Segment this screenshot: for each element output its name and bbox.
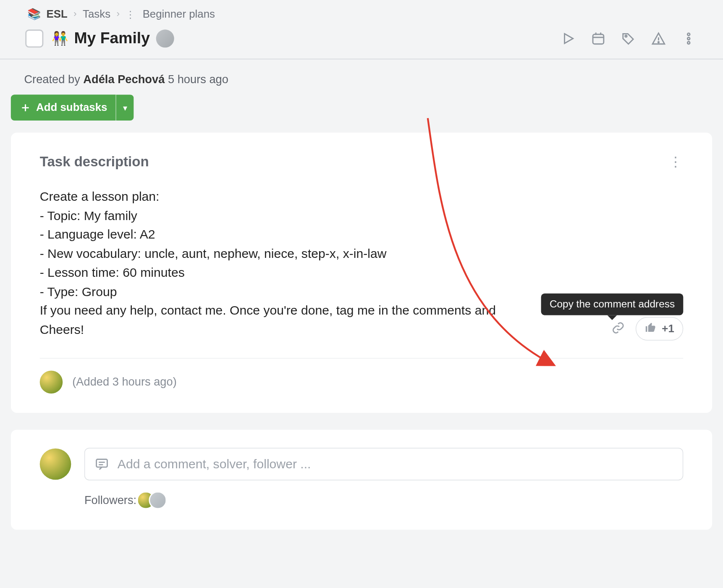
svg-point-7 [658, 42, 659, 42]
desc-line: - Language level: A2 [40, 225, 684, 244]
comment-actions: +1 [612, 317, 683, 341]
comment-icon [94, 457, 109, 471]
tooltip-text: Copy the comment address [550, 298, 675, 310]
add-subtasks-caret[interactable]: ▾ [116, 94, 134, 121]
divider [40, 358, 684, 358]
breadcrumb[interactable]: 📚 ESL › Tasks › ⋮ Beginner plans [12, 7, 711, 21]
task-emoji: 👫 [52, 30, 68, 46]
svg-point-8 [687, 33, 690, 35]
desc-line: Create a lesson plan: [40, 187, 684, 206]
description-body[interactable]: Create a lesson plan: - Topic: My family… [40, 187, 684, 339]
add-subtasks-label: Add subtasks [36, 101, 107, 114]
created-prefix: Created by [24, 73, 83, 86]
comment-input[interactable]: Add a comment, solver, follower ... [84, 448, 683, 480]
svg-rect-1 [593, 34, 604, 44]
chevron-right-icon: › [73, 8, 77, 19]
add-subtasks-button[interactable]: ＋ Add subtasks [11, 94, 116, 121]
breadcrumb-leaf[interactable]: Beginner plans [143, 8, 215, 20]
complete-checkbox[interactable] [25, 29, 43, 47]
desc-line: - New vocabulary: uncle, aunt, nephew, n… [40, 244, 684, 262]
task-toolbar [561, 30, 711, 46]
breadcrumb-more-icon[interactable]: ⋮ [126, 8, 136, 19]
tag-icon[interactable] [621, 30, 636, 46]
svg-point-9 [687, 37, 690, 39]
project-icon: 📚 [27, 7, 41, 21]
calendar-icon[interactable] [590, 30, 606, 46]
plus-one-button[interactable]: +1 [636, 317, 684, 341]
comment-card: Add a comment, solver, follower ... Foll… [11, 430, 712, 530]
card-more-icon[interactable]: ⋮ [669, 154, 683, 170]
followers-label: Followers: [84, 494, 136, 507]
play-icon[interactable] [561, 30, 576, 46]
copy-link-icon[interactable] [612, 321, 625, 336]
description-card: Task description ⋮ Create a lesson plan:… [11, 133, 712, 413]
followers-row: Followers: [84, 491, 683, 509]
copy-link-tooltip: Copy the comment address [541, 294, 684, 315]
description-heading: Task description [40, 154, 149, 170]
plus-one-label: +1 [662, 323, 674, 335]
svg-marker-0 [565, 34, 573, 43]
follower-avatar[interactable] [149, 491, 167, 509]
added-timestamp: (Added 3 hours ago) [72, 375, 177, 389]
svg-point-10 [687, 41, 690, 44]
created-meta: Created by Adéla Pechová 5 hours ago [0, 60, 723, 94]
task-title[interactable]: 👫 My Family [52, 29, 174, 47]
assignee-avatar[interactable] [156, 29, 174, 47]
add-subtasks-group[interactable]: ＋ Add subtasks ▾ [11, 94, 134, 121]
created-author[interactable]: Adéla Pechová [83, 73, 165, 86]
chevron-right-icon: › [116, 8, 120, 19]
svg-point-5 [625, 35, 627, 37]
svg-rect-11 [97, 459, 107, 467]
author-avatar[interactable] [40, 371, 63, 394]
desc-line: - Lesson time: 60 minutes [40, 263, 684, 282]
breadcrumb-tasks[interactable]: Tasks [83, 8, 110, 20]
task-title-text: My Family [74, 29, 150, 47]
plus-icon: ＋ [19, 100, 31, 116]
header-bar: 📚 ESL › Tasks › ⋮ Beginner plans 👫 My Fa… [0, 0, 723, 60]
current-user-avatar[interactable] [40, 449, 71, 480]
desc-line: Cheers! [40, 320, 684, 339]
thumbs-up-icon [645, 321, 657, 336]
follower-avatars[interactable] [142, 491, 166, 509]
desc-line: - Topic: My family [40, 206, 684, 225]
comment-placeholder: Add a comment, solver, follower ... [118, 457, 311, 471]
breadcrumb-root[interactable]: ESL [46, 8, 67, 20]
more-icon[interactable] [681, 30, 697, 46]
warning-icon[interactable] [651, 30, 666, 46]
created-time: 5 hours ago [168, 73, 228, 86]
